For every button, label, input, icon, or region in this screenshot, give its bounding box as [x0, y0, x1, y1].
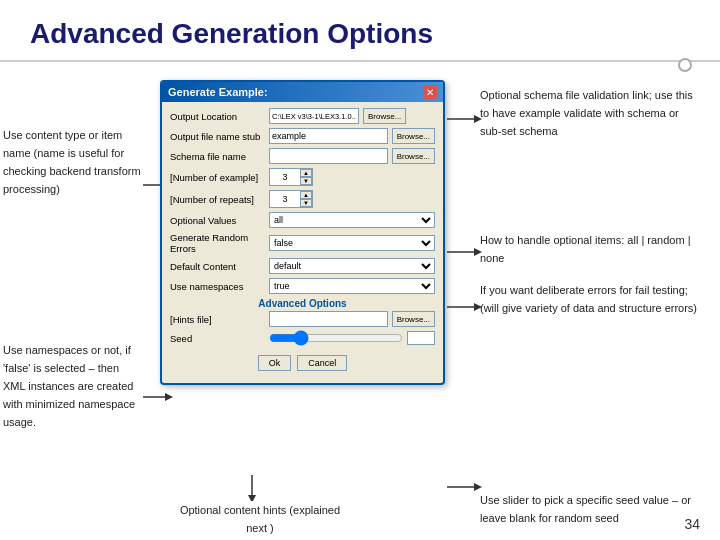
output-filename-label: Output file name stub [170, 131, 265, 142]
num-repeats-down[interactable]: ▼ [300, 199, 312, 207]
optional-values-label: Optional Values [170, 215, 265, 226]
num-repeats-spinner[interactable]: ▲ ▼ [269, 190, 313, 208]
optional-values-dropdown[interactable]: all random none [269, 212, 435, 228]
seed-slider[interactable] [269, 332, 403, 344]
random-errors-label: Generate Random Errors [170, 232, 265, 254]
hints-label: [Hints file] [170, 314, 265, 325]
advanced-section-title: Advanced Options [170, 298, 435, 309]
num-examples-spinner[interactable]: ▲ ▼ [269, 168, 313, 186]
output-filename-row: Output file name stub Browse... [170, 128, 435, 144]
output-location-browse-btn[interactable]: Browse... [363, 108, 406, 124]
num-examples-row: [Number of example] ▲ ▼ [170, 168, 435, 186]
left-annotation-2: Use namespaces or not, if 'false' is sel… [3, 340, 143, 430]
default-content-dropdown[interactable]: default [269, 258, 435, 274]
hints-input[interactable] [269, 311, 388, 327]
num-examples-spinbtns: ▲ ▼ [300, 169, 312, 185]
use-namespaces-label: Use namespaces [170, 281, 265, 292]
page-number: 34 [684, 516, 700, 532]
num-examples-up[interactable]: ▲ [300, 169, 312, 177]
use-namespaces-dropdown[interactable]: true false [269, 278, 435, 294]
dialog-body: Output Location Browse... Output file na… [162, 102, 443, 383]
schema-filename-label: Schema file name [170, 151, 265, 162]
right-annotation-mid2: If you want deliberate errors for fail t… [480, 280, 705, 316]
schema-filename-browse-btn[interactable]: Browse... [392, 148, 435, 164]
right-annotation-top: Optional schema file validation link; us… [480, 85, 700, 139]
output-location-label: Output Location [170, 111, 265, 122]
bottom-right-arrow [447, 480, 482, 498]
dialog-titlebar: Generate Example: ✕ [162, 82, 443, 102]
dialog-close-button[interactable]: ✕ [423, 85, 437, 99]
output-filename-input[interactable] [269, 128, 388, 144]
output-filename-browse-btn[interactable]: Browse... [392, 128, 435, 144]
svg-marker-11 [248, 495, 256, 501]
right-arrow-mid2 [447, 300, 482, 318]
svg-marker-13 [474, 483, 482, 491]
schema-filename-input[interactable] [269, 148, 388, 164]
ok-button[interactable]: Ok [258, 355, 292, 371]
num-examples-down[interactable]: ▼ [300, 177, 312, 185]
svg-marker-3 [165, 393, 173, 401]
random-errors-row: Generate Random Errors false true [170, 232, 435, 254]
random-errors-dropdown[interactable]: false true [269, 235, 435, 251]
hints-row: [Hints file] Browse... [170, 311, 435, 327]
num-repeats-row: [Number of repeats] ▲ ▼ [170, 190, 435, 208]
left-annotation-1: Use content type or item name (name is u… [3, 125, 143, 197]
cancel-button[interactable]: Cancel [297, 355, 347, 371]
generate-dialog: Generate Example: ✕ Output Location Brow… [160, 80, 445, 385]
seed-row: Seed [170, 331, 435, 345]
dialog-title-text: Generate Example: [168, 86, 268, 98]
dialog-footer: Ok Cancel [170, 351, 435, 377]
use-namespaces-row: Use namespaces true false [170, 278, 435, 294]
bottom-center-arrow [245, 475, 259, 505]
right-arrow-top [447, 112, 482, 130]
right-arrow-mid1 [447, 245, 482, 263]
num-repeats-up[interactable]: ▲ [300, 191, 312, 199]
right-annotation-mid1: How to handle optional items: all | rand… [480, 230, 700, 266]
left-arrow-2 [143, 390, 173, 408]
default-content-row: Default Content default [170, 258, 435, 274]
seed-label: Seed [170, 333, 265, 344]
num-repeats-label: [Number of repeats] [170, 194, 265, 205]
num-repeats-input[interactable] [270, 191, 300, 207]
hints-browse-btn[interactable]: Browse... [392, 311, 435, 327]
default-content-label: Default Content [170, 261, 265, 272]
seed-input[interactable] [407, 331, 435, 345]
num-examples-label: [Number of example] [170, 172, 265, 183]
bottom-right-annotation: Use slider to pick a specific seed value… [480, 490, 705, 526]
num-examples-input[interactable] [270, 169, 300, 185]
bottom-center-annotation: Optional content hints (explained next ) [170, 500, 350, 536]
num-repeats-spinbtns: ▲ ▼ [300, 191, 312, 207]
optional-values-row: Optional Values all random none [170, 212, 435, 228]
schema-filename-row: Schema file name Browse... [170, 148, 435, 164]
page-title: Advanced Generation Options [0, 0, 720, 62]
output-location-input[interactable] [269, 108, 359, 124]
output-location-row: Output Location Browse... [170, 108, 435, 124]
